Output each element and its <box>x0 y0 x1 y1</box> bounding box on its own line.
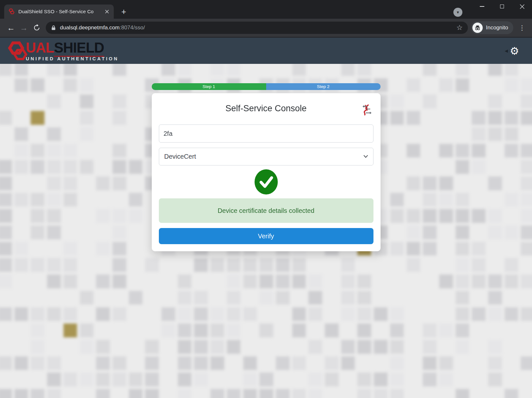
minimize-icon <box>480 6 484 7</box>
settings-gear-icon[interactable]: ⚙ <box>510 46 519 56</box>
url-text: dualsql.deepnetmfa.com:8074/sso/ <box>60 25 455 31</box>
lock-icon <box>51 25 56 30</box>
incognito-icon <box>472 23 483 33</box>
logo-wordmark: UALSHIELD <box>26 40 119 55</box>
status-message: Device certificate details collected <box>159 198 373 223</box>
app-header: UALSHIELD UNIFIED AUTHENTICATION ◀ ⚙ <box>0 37 532 64</box>
url-path: :8074/sso/ <box>120 25 145 31</box>
caret-down-icon: ▼ <box>456 10 460 14</box>
authenticator-select[interactable]: DeviceCert <box>159 148 373 165</box>
tab-search-button[interactable]: ▼ <box>453 8 462 17</box>
tab-title: DualShield SSO - Self-Service Co <box>18 9 103 15</box>
step-1-segment: Step 1 <box>152 83 266 90</box>
self-service-card: Self-Service Console DeviceCert <box>152 93 381 251</box>
dualshield-favicon-icon <box>8 8 15 15</box>
url-domain: dualsql.deepnetmfa.com <box>60 25 120 31</box>
forward-arrow-icon: → <box>20 23 28 33</box>
tab-close-icon[interactable] <box>103 8 111 15</box>
browser-menu-button[interactable]: ⋮ <box>517 24 527 32</box>
browser-titlebar: DualShield SSO - Self-Service Co + ▼ <box>0 0 532 19</box>
reload-icon <box>33 24 40 31</box>
bookmark-star-icon[interactable]: ☆ <box>455 24 464 32</box>
forward-button[interactable]: → <box>17 21 30 34</box>
page-title: Self-Service Console <box>159 104 373 114</box>
success-check-icon <box>255 169 278 194</box>
incognito-badge: Incognito <box>471 21 513 34</box>
browser-tab[interactable]: DualShield SSO - Self-Service Co <box>4 5 114 19</box>
step-2-segment: Step 2 <box>266 83 381 90</box>
dna-icon <box>361 104 372 116</box>
close-button[interactable] <box>512 0 532 13</box>
maximize-icon <box>500 5 504 8</box>
close-icon <box>520 4 525 9</box>
step-progress-bar: Step 1 Step 2 <box>152 83 381 90</box>
chevron-down-icon <box>363 155 368 158</box>
minimize-button[interactable] <box>472 0 492 13</box>
authenticator-selected-option: DeviceCert <box>164 153 196 160</box>
page-background: Step 1 Step 2 Self-Service Console Devic… <box>0 64 532 398</box>
back-arrow-icon: ← <box>7 23 15 33</box>
dualshield-logo: UALSHIELD UNIFIED AUTHENTICATION <box>7 40 119 62</box>
verify-button[interactable]: Verify <box>159 228 373 244</box>
reload-button[interactable] <box>30 21 43 34</box>
new-tab-button[interactable]: + <box>118 6 130 17</box>
incognito-label: Incognito <box>486 25 508 31</box>
maximize-button[interactable] <box>492 0 512 13</box>
address-bar[interactable]: dualsql.deepnetmfa.com:8074/sso/ ☆ <box>46 22 468 34</box>
collapse-triangle-icon: ◀ <box>505 48 508 53</box>
browser-toolbar: ← → dualsql.deepnetmfa.com:8074/sso/ ☆ <box>0 19 532 37</box>
username-input[interactable] <box>159 124 373 143</box>
browser-window: DualShield SSO - Self-Service Co + ▼ ← → <box>0 0 532 398</box>
logo-tagline: UNIFIED AUTHENTICATION <box>26 56 119 61</box>
back-button[interactable]: ← <box>5 21 17 34</box>
